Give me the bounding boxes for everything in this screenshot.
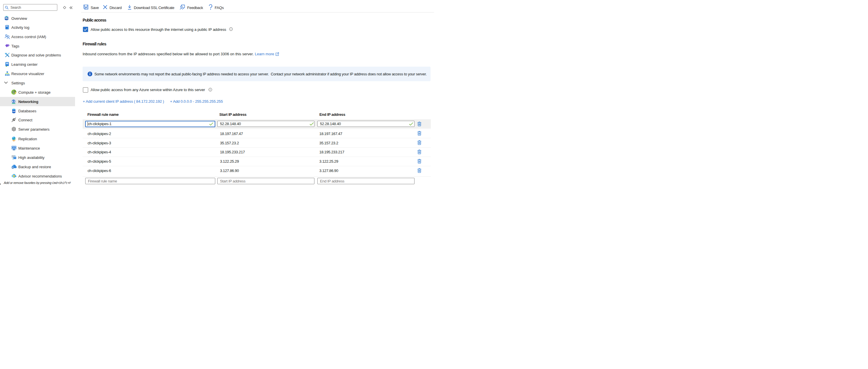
svg-text:DB: DB xyxy=(12,110,15,112)
svg-text:My: My xyxy=(5,17,8,19)
svg-text:$: $ xyxy=(13,91,14,93)
svg-text:101: 101 xyxy=(6,63,8,64)
